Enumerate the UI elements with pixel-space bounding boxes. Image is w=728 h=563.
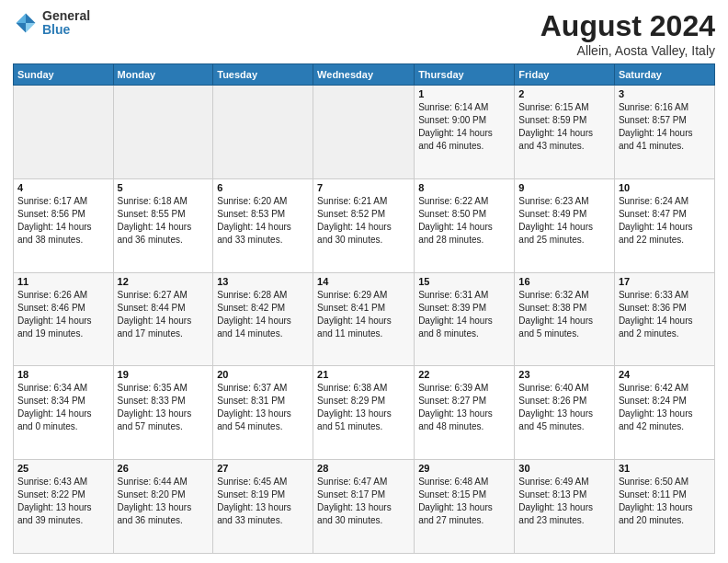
day-cell: 4Sunrise: 6:17 AM Sunset: 8:56 PM Daylig…: [14, 178, 114, 272]
day-number: 4: [17, 182, 109, 193]
day-info: Sunrise: 6:50 AM Sunset: 8:11 PM Dayligh…: [619, 476, 711, 527]
day-cell: [113, 86, 213, 179]
day-cell: 15Sunrise: 6:31 AM Sunset: 8:39 PM Dayli…: [415, 272, 515, 366]
day-info: Sunrise: 6:14 AM Sunset: 9:00 PM Dayligh…: [418, 101, 510, 153]
day-info: Sunrise: 6:29 AM Sunset: 8:41 PM Dayligh…: [317, 289, 410, 340]
col-sunday: Sunday: [14, 64, 114, 86]
col-saturday: Saturday: [614, 64, 714, 86]
header: General Blue August 2024 Allein, Aosta V…: [13, 9, 715, 58]
day-cell: 23Sunrise: 6:40 AM Sunset: 8:26 PM Dayli…: [515, 366, 615, 460]
day-info: Sunrise: 6:35 AM Sunset: 8:33 PM Dayligh…: [118, 382, 210, 433]
day-number: 8: [418, 182, 510, 193]
day-cell: 10Sunrise: 6:24 AM Sunset: 8:47 PM Dayli…: [614, 178, 714, 272]
day-number: 15: [418, 276, 510, 287]
day-cell: 31Sunrise: 6:50 AM Sunset: 8:11 PM Dayli…: [614, 460, 714, 554]
day-info: Sunrise: 6:32 AM Sunset: 8:38 PM Dayligh…: [518, 289, 610, 340]
logo: General Blue: [13, 9, 90, 38]
day-info: Sunrise: 6:44 AM Sunset: 8:20 PM Dayligh…: [118, 476, 210, 527]
day-cell: 18Sunrise: 6:34 AM Sunset: 8:34 PM Dayli…: [14, 366, 114, 460]
day-number: 28: [317, 463, 410, 474]
day-number: 31: [619, 463, 711, 474]
day-number: 16: [518, 276, 610, 287]
page: General Blue August 2024 Allein, Aosta V…: [0, 0, 728, 563]
day-cell: 25Sunrise: 6:43 AM Sunset: 8:22 PM Dayli…: [14, 460, 114, 554]
day-info: Sunrise: 6:26 AM Sunset: 8:46 PM Dayligh…: [17, 289, 109, 340]
day-info: Sunrise: 6:23 AM Sunset: 8:49 PM Dayligh…: [518, 195, 610, 247]
page-subtitle: Allein, Aosta Valley, Italy: [540, 43, 715, 58]
svg-marker-2: [17, 23, 27, 33]
day-cell: 30Sunrise: 6:49 AM Sunset: 8:13 PM Dayli…: [515, 460, 615, 554]
svg-marker-3: [26, 23, 36, 33]
day-cell: 8Sunrise: 6:22 AM Sunset: 8:50 PM Daylig…: [415, 178, 515, 272]
day-info: Sunrise: 6:38 AM Sunset: 8:29 PM Dayligh…: [317, 382, 410, 433]
col-tuesday: Tuesday: [213, 64, 313, 86]
day-number: 30: [518, 463, 610, 474]
day-info: Sunrise: 6:15 AM Sunset: 8:59 PM Dayligh…: [518, 101, 610, 153]
day-info: Sunrise: 6:22 AM Sunset: 8:50 PM Dayligh…: [418, 195, 510, 247]
week-row-1: 1Sunrise: 6:14 AM Sunset: 9:00 PM Daylig…: [14, 86, 715, 179]
day-cell: 12Sunrise: 6:27 AM Sunset: 8:44 PM Dayli…: [113, 272, 213, 366]
day-cell: 9Sunrise: 6:23 AM Sunset: 8:49 PM Daylig…: [515, 178, 615, 272]
day-info: Sunrise: 6:49 AM Sunset: 8:13 PM Dayligh…: [518, 476, 610, 527]
calendar-header: Sunday Monday Tuesday Wednesday Thursday…: [14, 64, 715, 86]
day-number: 6: [217, 182, 309, 193]
day-cell: 24Sunrise: 6:42 AM Sunset: 8:24 PM Dayli…: [614, 366, 714, 460]
day-info: Sunrise: 6:17 AM Sunset: 8:56 PM Dayligh…: [17, 195, 109, 247]
week-row-2: 4Sunrise: 6:17 AM Sunset: 8:56 PM Daylig…: [14, 178, 715, 272]
day-number: 25: [17, 463, 109, 474]
day-number: 19: [118, 369, 210, 380]
day-cell: 7Sunrise: 6:21 AM Sunset: 8:52 PM Daylig…: [313, 178, 415, 272]
day-cell: 22Sunrise: 6:39 AM Sunset: 8:27 PM Dayli…: [415, 366, 515, 460]
day-cell: [14, 86, 114, 179]
day-number: 24: [619, 369, 711, 380]
day-cell: 29Sunrise: 6:48 AM Sunset: 8:15 PM Dayli…: [415, 460, 515, 554]
day-number: 14: [317, 276, 410, 287]
day-info: Sunrise: 6:27 AM Sunset: 8:44 PM Dayligh…: [118, 289, 210, 340]
day-info: Sunrise: 6:45 AM Sunset: 8:19 PM Dayligh…: [217, 476, 309, 527]
day-info: Sunrise: 6:31 AM Sunset: 8:39 PM Dayligh…: [418, 289, 510, 340]
day-info: Sunrise: 6:39 AM Sunset: 8:27 PM Dayligh…: [418, 382, 510, 433]
day-info: Sunrise: 6:34 AM Sunset: 8:34 PM Dayligh…: [17, 382, 109, 433]
day-info: Sunrise: 6:18 AM Sunset: 8:55 PM Dayligh…: [118, 195, 210, 247]
day-cell: [313, 86, 415, 179]
col-monday: Monday: [113, 64, 213, 86]
day-number: 22: [418, 369, 510, 380]
day-cell: 28Sunrise: 6:47 AM Sunset: 8:17 PM Dayli…: [313, 460, 415, 554]
day-cell: 3Sunrise: 6:16 AM Sunset: 8:57 PM Daylig…: [614, 86, 714, 179]
day-info: Sunrise: 6:20 AM Sunset: 8:53 PM Dayligh…: [217, 195, 309, 247]
day-info: Sunrise: 6:28 AM Sunset: 8:42 PM Dayligh…: [217, 289, 309, 340]
week-row-4: 18Sunrise: 6:34 AM Sunset: 8:34 PM Dayli…: [14, 366, 715, 460]
day-number: 13: [217, 276, 309, 287]
col-friday: Friday: [515, 64, 615, 86]
day-cell: 5Sunrise: 6:18 AM Sunset: 8:55 PM Daylig…: [113, 178, 213, 272]
day-number: 17: [619, 276, 711, 287]
day-number: 26: [118, 463, 210, 474]
day-cell: 13Sunrise: 6:28 AM Sunset: 8:42 PM Dayli…: [213, 272, 313, 366]
col-wednesday: Wednesday: [313, 64, 415, 86]
page-title: August 2024: [540, 9, 715, 43]
svg-marker-0: [26, 14, 36, 24]
day-number: 3: [619, 88, 711, 99]
day-cell: 2Sunrise: 6:15 AM Sunset: 8:59 PM Daylig…: [515, 86, 615, 179]
day-cell: 16Sunrise: 6:32 AM Sunset: 8:38 PM Dayli…: [515, 272, 615, 366]
day-cell: 17Sunrise: 6:33 AM Sunset: 8:36 PM Dayli…: [614, 272, 714, 366]
calendar-body: 1Sunrise: 6:14 AM Sunset: 9:00 PM Daylig…: [14, 86, 715, 554]
svg-marker-1: [17, 14, 27, 24]
day-number: 29: [418, 463, 510, 474]
day-cell: 11Sunrise: 6:26 AM Sunset: 8:46 PM Dayli…: [14, 272, 114, 366]
day-number: 5: [118, 182, 210, 193]
col-thursday: Thursday: [415, 64, 515, 86]
day-number: 12: [118, 276, 210, 287]
day-cell: 21Sunrise: 6:38 AM Sunset: 8:29 PM Dayli…: [313, 366, 415, 460]
day-number: 23: [518, 369, 610, 380]
day-info: Sunrise: 6:33 AM Sunset: 8:36 PM Dayligh…: [619, 289, 711, 340]
day-cell: 20Sunrise: 6:37 AM Sunset: 8:31 PM Dayli…: [213, 366, 313, 460]
logo-general-text: General: [42, 9, 90, 23]
calendar-table: Sunday Monday Tuesday Wednesday Thursday…: [13, 63, 715, 554]
day-cell: 27Sunrise: 6:45 AM Sunset: 8:19 PM Dayli…: [213, 460, 313, 554]
day-info: Sunrise: 6:21 AM Sunset: 8:52 PM Dayligh…: [317, 195, 410, 247]
day-cell: 19Sunrise: 6:35 AM Sunset: 8:33 PM Dayli…: [113, 366, 213, 460]
logo-icon: [13, 10, 39, 36]
header-row: Sunday Monday Tuesday Wednesday Thursday…: [14, 64, 715, 86]
day-cell: 26Sunrise: 6:44 AM Sunset: 8:20 PM Dayli…: [113, 460, 213, 554]
